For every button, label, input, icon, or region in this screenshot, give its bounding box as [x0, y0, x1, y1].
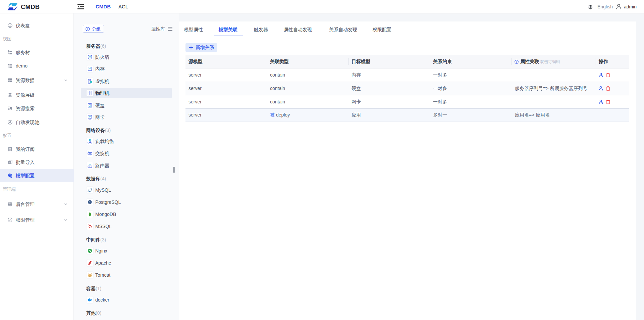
svg-text:?: ?: [516, 60, 518, 63]
